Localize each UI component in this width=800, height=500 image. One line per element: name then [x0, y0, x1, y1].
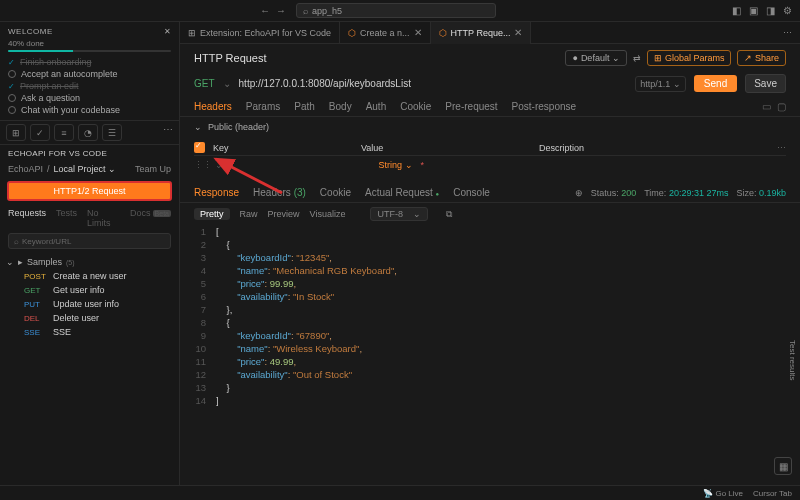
- close-icon[interactable]: ✕: [164, 27, 172, 36]
- test-results-panel[interactable]: Test results: [788, 340, 797, 380]
- expand-icon[interactable]: ▢: [777, 101, 786, 112]
- req-tab-post-response[interactable]: Post-response: [512, 101, 576, 112]
- project-select[interactable]: Local Project ⌄: [54, 164, 117, 174]
- folder-icon: ▸: [18, 257, 23, 267]
- close-icon[interactable]: ✕: [414, 27, 422, 38]
- welcome-item[interactable]: ✓Finish onboarding: [8, 56, 171, 68]
- globe-icon[interactable]: ⊕: [575, 188, 583, 198]
- cursor-tab[interactable]: Cursor Tab: [753, 489, 792, 498]
- search-icon: ⌕: [303, 6, 308, 16]
- layout-toggle-icon[interactable]: ▦: [774, 457, 792, 475]
- tree-item[interactable]: GETGet user info: [6, 283, 173, 297]
- row-more-icon[interactable]: ⋯: [777, 143, 786, 153]
- title-bar: ← → ⌕ app_h5 ◧ ▣ ◨ ⚙: [0, 0, 800, 22]
- global-params-button[interactable]: ⊞ Global Params: [647, 50, 731, 66]
- view-preview[interactable]: Preview: [268, 209, 300, 219]
- layout-left-icon[interactable]: ◧: [732, 5, 741, 16]
- req-tab-params[interactable]: Params: [246, 101, 280, 112]
- tool-2[interactable]: ✓: [30, 124, 50, 141]
- editor-area: ⊞Extension: EchoAPI for VS Code⬡Create a…: [180, 22, 800, 485]
- req-tab-path[interactable]: Path: [294, 101, 315, 112]
- welcome-item[interactable]: Ask a question: [8, 92, 171, 104]
- link-icon[interactable]: ⇄: [633, 53, 641, 63]
- tool-1[interactable]: ⊞: [6, 124, 26, 141]
- encoding-select[interactable]: UTF-8 ⌄: [370, 207, 428, 221]
- share-button[interactable]: ↗ Share: [737, 50, 786, 66]
- layout-right-icon[interactable]: ◨: [766, 5, 775, 16]
- new-request-button[interactable]: HTTP1/2 Request: [7, 181, 172, 201]
- ext-title: ECHOAPI FOR VS CODE: [0, 145, 179, 162]
- resp-tab-response[interactable]: Response: [194, 187, 239, 198]
- circle-icon: [8, 70, 16, 78]
- save-button[interactable]: Save: [745, 74, 786, 93]
- view-raw[interactable]: Raw: [240, 209, 258, 219]
- tree-item[interactable]: PUTUpdate user info: [6, 297, 173, 311]
- page-title: HTTP Request: [194, 52, 267, 64]
- tool-4[interactable]: ◔: [78, 124, 98, 141]
- search-placeholder: Keyword/URL: [22, 237, 71, 246]
- team-link[interactable]: Team Up: [135, 164, 171, 174]
- tab-nolimits[interactable]: No Limits: [87, 208, 120, 228]
- editor-tab[interactable]: ⬡Create a n...✕: [340, 22, 431, 44]
- tree-item[interactable]: SSESSE: [6, 325, 173, 339]
- resp-size: 0.19kb: [759, 188, 786, 198]
- search-icon: ⌕: [14, 237, 19, 246]
- tabs-more-icon[interactable]: ⋯: [783, 28, 800, 38]
- resp-time: 20:29:31 27ms: [669, 188, 729, 198]
- select-all-checkbox[interactable]: [194, 142, 205, 153]
- headers-section-toggle[interactable]: ⌄ Public (header): [180, 117, 800, 137]
- tab-requests[interactable]: Requests: [8, 208, 46, 228]
- header-row[interactable]: ⋮⋮ ⌄ String ⌄ *: [194, 156, 786, 174]
- command-search[interactable]: ⌕ app_h5: [296, 3, 496, 18]
- keyword-search[interactable]: ⌕ Keyword/URL: [8, 233, 171, 249]
- nav-back-icon[interactable]: ←: [260, 5, 270, 16]
- tool-5[interactable]: ☰: [102, 124, 122, 141]
- tab-tests[interactable]: Tests: [56, 208, 77, 228]
- col-value: Value: [361, 143, 531, 153]
- circle-icon: [8, 94, 16, 102]
- tab-docs[interactable]: DocsBeta: [130, 208, 171, 228]
- more-icon[interactable]: ⋯: [163, 124, 173, 141]
- editor-tab[interactable]: ⊞Extension: EchoAPI for VS Code: [180, 22, 340, 44]
- req-tab-auth[interactable]: Auth: [366, 101, 387, 112]
- response-body[interactable]: 1[2 {3 "keyboardId": "12345",4 "name": "…: [180, 225, 800, 407]
- view-visualize[interactable]: Visualize: [310, 209, 346, 219]
- view-pretty[interactable]: Pretty: [194, 208, 230, 220]
- editor-tabs: ⊞Extension: EchoAPI for VS Code⬡Create a…: [180, 22, 800, 44]
- check-icon: ✓: [8, 58, 15, 67]
- welcome-item[interactable]: Accept an autocomplete: [8, 68, 171, 80]
- resp-tab-console[interactable]: Console: [453, 187, 490, 198]
- env-select[interactable]: ● Default ⌄: [565, 50, 627, 66]
- req-tab-cookie[interactable]: Cookie: [400, 101, 431, 112]
- copy-icon[interactable]: ⧉: [446, 209, 452, 220]
- resp-tab-headers[interactable]: Headers (3): [253, 187, 306, 198]
- drag-icon[interactable]: ⋮⋮ ⌄: [194, 160, 223, 170]
- welcome-item[interactable]: Chat with your codebase: [8, 104, 171, 116]
- resp-tab-actual[interactable]: Actual Request ●: [365, 187, 439, 198]
- req-tab-pre-request[interactable]: Pre-request: [445, 101, 497, 112]
- req-tab-headers[interactable]: Headers: [194, 101, 232, 112]
- editor-tab[interactable]: ⬡HTTP Reque...✕: [431, 22, 532, 44]
- tree-folder[interactable]: ⌄ ▸ Samples (5): [6, 255, 173, 269]
- close-icon[interactable]: ✕: [514, 27, 522, 38]
- search-text: app_h5: [312, 6, 342, 16]
- req-tab-body[interactable]: Body: [329, 101, 352, 112]
- layout-bottom-icon[interactable]: ▣: [749, 5, 758, 16]
- welcome-item[interactable]: ✓Prompt an edit: [8, 80, 171, 92]
- type-select[interactable]: String ⌄: [379, 160, 413, 170]
- resp-tab-cookie[interactable]: Cookie: [320, 187, 351, 198]
- tool-3[interactable]: ≡: [54, 124, 74, 141]
- url-input[interactable]: http://127.0.0.1:8080/api/keyboardsList: [239, 78, 628, 89]
- send-button[interactable]: Send: [694, 75, 737, 92]
- nav-fwd-icon[interactable]: →: [276, 5, 286, 16]
- tree-item[interactable]: POSTCreate a new user: [6, 269, 173, 283]
- api-icon: ⬡: [439, 28, 447, 38]
- protocol-select[interactable]: http/1.1 ⌄: [635, 76, 686, 92]
- tree-item[interactable]: DELDelete user: [6, 311, 173, 325]
- method-select[interactable]: GET: [194, 78, 215, 89]
- sidebar-tabs: Requests Tests No Limits DocsBeta: [0, 206, 179, 230]
- settings-icon[interactable]: ⚙: [783, 5, 792, 16]
- request-tree: ⌄ ▸ Samples (5) POSTCreate a new userGET…: [0, 252, 179, 342]
- broadcast-icon[interactable]: 📡 Go Live: [703, 489, 743, 498]
- split-icon[interactable]: ▭: [762, 101, 771, 112]
